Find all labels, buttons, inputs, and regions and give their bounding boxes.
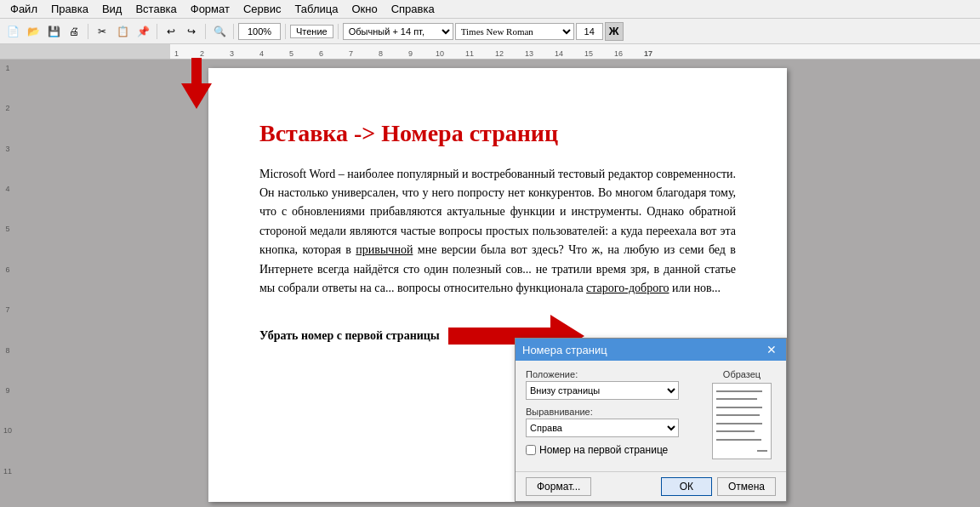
position-row: Положение: Внизу страницы xyxy=(526,369,699,400)
ruler-num-10: 10 xyxy=(3,426,12,466)
dialog-right-column: Образец xyxy=(708,369,776,463)
ok-cancel-group: ОК Отмена xyxy=(661,477,776,496)
new-button[interactable]: 📄 xyxy=(3,22,22,41)
reading-button[interactable]: Чтение xyxy=(290,25,333,38)
menu-format[interactable]: Формат xyxy=(184,1,236,17)
cancel-button[interactable]: Отмена xyxy=(717,477,776,496)
alignment-row: Выравнивание: Справа xyxy=(526,407,699,437)
undo-button[interactable]: ↩ xyxy=(162,22,180,41)
checkbox-row: Номер на первой странице xyxy=(526,444,699,456)
position-select[interactable]: Внизу страницы xyxy=(526,381,679,400)
page-heading: Вставка -> Номера страниц xyxy=(259,119,736,148)
font-size-input[interactable] xyxy=(576,23,603,40)
first-page-checkbox[interactable] xyxy=(526,445,536,455)
first-page-label: Убрать номер с первой страницы xyxy=(259,329,440,343)
open-button[interactable]: 📂 xyxy=(24,22,43,41)
ok-button[interactable]: ОК xyxy=(661,477,712,496)
document-page[interactable]: Вставка -> Номера страниц Microsoft Word… xyxy=(208,68,787,502)
menu-help[interactable]: Справка xyxy=(385,1,442,17)
format-button[interactable]: Формат... xyxy=(526,477,591,496)
alignment-label: Выравнивание: xyxy=(526,407,699,417)
page-wrapper: Вставка -> Номера страниц Microsoft Word… xyxy=(15,60,980,507)
paste-button[interactable]: 📌 xyxy=(134,22,152,41)
ruler-num-11: 11 xyxy=(3,467,12,507)
page-numbers-dialog[interactable]: Номера страниц ✕ Положение: Внизу страни… xyxy=(515,338,787,502)
save-button[interactable]: 💾 xyxy=(44,22,63,41)
dialog-title-bar: Номера страниц ✕ xyxy=(516,339,786,361)
ruler-content: 1 2 3 4 5 6 7 8 9 10 11 12 13 14 15 16 1… xyxy=(170,44,980,59)
dialog-left-column: Положение: Внизу страницы Выравнивание: … xyxy=(526,369,699,463)
ruler-num-6: 6 xyxy=(5,265,9,305)
left-ruler-bar: 1 2 3 4 5 6 7 8 9 10 11 xyxy=(0,60,15,507)
underlined-word-1: привычной xyxy=(356,243,413,256)
ruler-num-2: 2 xyxy=(5,104,9,144)
alignment-select[interactable]: Справа xyxy=(526,419,679,437)
zoom-box[interactable]: 100% xyxy=(238,23,281,40)
menu-table[interactable]: Таблица xyxy=(288,1,345,17)
position-label: Положение: xyxy=(526,369,699,379)
ruler-left-margin xyxy=(0,44,170,59)
menu-service[interactable]: Сервис xyxy=(236,1,288,17)
dialog-title: Номера страниц xyxy=(522,344,607,356)
menu-window[interactable]: Окно xyxy=(345,1,384,17)
ruler-num-8: 8 xyxy=(5,346,9,386)
menu-view[interactable]: Вид xyxy=(95,1,129,17)
sep4 xyxy=(233,24,234,39)
menu-edit[interactable]: Правка xyxy=(44,1,95,17)
dialog-buttons: Формат... ОК Отмена xyxy=(516,471,786,501)
menu-insert[interactable]: Вставка xyxy=(128,1,183,17)
ruler-num-9: 9 xyxy=(5,386,9,426)
preview-label: Образец xyxy=(723,369,761,379)
main-area: 1 2 3 4 5 6 7 8 9 10 11 Вставка -> Номер… xyxy=(0,60,980,507)
dialog-close-button[interactable]: ✕ xyxy=(764,342,779,357)
print-button[interactable]: 🖨 xyxy=(65,22,83,41)
style-select[interactable]: Обычный + 14 пт, xyxy=(343,23,453,40)
page-body: Microsoft Word – наиболее популярный и в… xyxy=(259,165,736,299)
underlined-word-2: старого-доброго xyxy=(586,282,669,294)
preview-box xyxy=(712,383,772,459)
font-select[interactable]: Times New Roman xyxy=(455,23,574,40)
ruler: 1 2 3 4 5 6 7 8 9 10 11 12 13 14 15 16 1… xyxy=(0,44,980,60)
redo-button[interactable]: ↪ xyxy=(182,22,201,41)
copy-button[interactable]: 📋 xyxy=(113,22,132,41)
cut-button[interactable]: ✂ xyxy=(93,22,111,41)
body-text-p1: Microsoft Word – наиболее популярный и в… xyxy=(259,168,736,294)
menu-file[interactable]: Файл xyxy=(3,1,44,17)
ruler-num-7: 7 xyxy=(5,305,9,345)
sep3 xyxy=(205,24,206,39)
toolbar: 📄 📂 💾 🖨 ✂ 📋 📌 ↩ ↪ 🔍 100% Чтение Обычный … xyxy=(0,19,980,44)
ruler-num-5: 5 xyxy=(5,225,9,265)
checkbox-label: Номер на первой странице xyxy=(539,444,668,456)
sep5 xyxy=(285,24,286,39)
ruler-num-4: 4 xyxy=(5,185,9,225)
ruler-num-3: 3 xyxy=(5,145,9,185)
sep2 xyxy=(157,24,157,39)
dialog-main-row: Положение: Внизу страницы Выравнивание: … xyxy=(526,369,776,463)
menu-bar: Файл Правка Вид Вставка Формат Сервис Та… xyxy=(0,0,980,19)
sep6 xyxy=(338,24,339,39)
dialog-body: Положение: Внизу страницы Выравнивание: … xyxy=(516,361,786,471)
sep1 xyxy=(88,24,88,39)
bold-button[interactable]: Ж xyxy=(605,22,624,41)
ruler-num-1: 1 xyxy=(5,64,9,104)
search-button[interactable]: 🔍 xyxy=(210,22,229,41)
insert-arrow-annotation xyxy=(181,60,212,109)
